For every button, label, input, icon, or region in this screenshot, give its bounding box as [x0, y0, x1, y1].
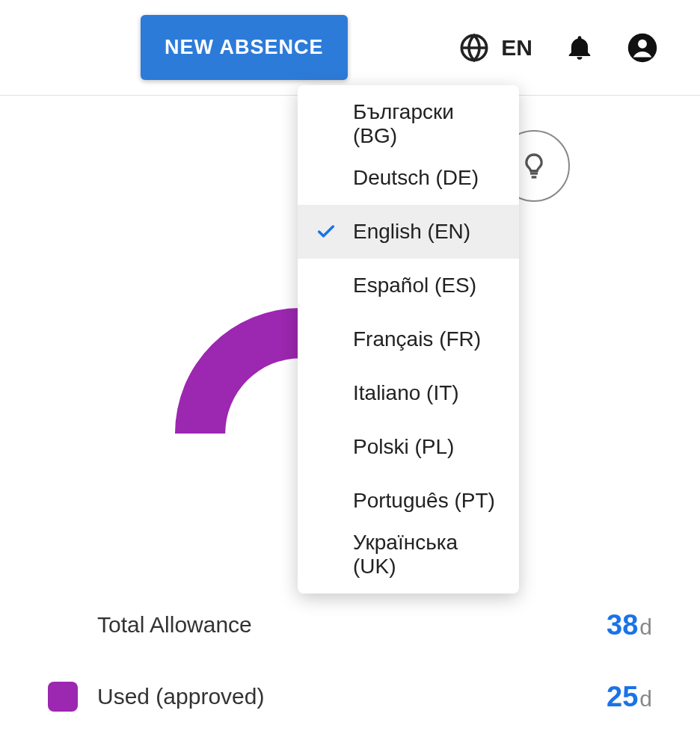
- color-swatch-used: [48, 682, 78, 712]
- svg-point-2: [638, 40, 647, 49]
- stat-used-approved: Used (approved) 25 d: [48, 676, 652, 718]
- language-option[interactable]: Deutsch (DE): [298, 151, 519, 205]
- app-header: NEW ABSENCE EN: [0, 0, 700, 96]
- stat-value: 38 d: [607, 609, 652, 641]
- header-right: EN: [459, 0, 658, 96]
- stat-total-allowance: Total Allowance 38 d: [48, 604, 652, 646]
- language-code-label: EN: [501, 35, 532, 61]
- language-switcher[interactable]: EN: [459, 33, 532, 63]
- language-option[interactable]: Français (FR): [298, 312, 519, 366]
- language-option-label: Español (ES): [353, 274, 501, 297]
- language-option[interactable]: English (EN): [298, 205, 519, 259]
- language-option-label: Italiano (IT): [353, 381, 501, 405]
- language-option-label: Deutsch (DE): [353, 166, 501, 190]
- language-option[interactable]: Български (BG): [298, 97, 519, 151]
- account-icon[interactable]: [627, 32, 658, 64]
- check-icon: [316, 221, 353, 242]
- language-option-label: Português (PT): [353, 489, 501, 513]
- lightbulb-icon: [519, 151, 549, 181]
- stat-number: 38: [607, 609, 638, 641]
- language-option[interactable]: Español (ES): [298, 259, 519, 312]
- stat-value: 25 d: [607, 681, 652, 713]
- donut-used-arc: [175, 308, 301, 434]
- language-option-label: English (EN): [353, 220, 501, 244]
- stat-number: 25: [607, 681, 638, 713]
- allowance-stats: Total Allowance 38 d Used (approved) 25 …: [48, 604, 652, 740]
- stat-unit: d: [639, 614, 652, 640]
- language-option[interactable]: Italiano (IT): [298, 366, 519, 420]
- language-option[interactable]: Português (PT): [298, 474, 519, 528]
- bell-icon[interactable]: [565, 34, 594, 62]
- stat-label: Used (approved): [97, 684, 607, 709]
- language-option-label: Български (BG): [353, 100, 501, 148]
- stat-label: Total Allowance: [97, 612, 607, 638]
- language-option[interactable]: Polski (PL): [298, 420, 519, 474]
- language-option-label: Polski (PL): [353, 435, 501, 459]
- globe-icon: [459, 33, 489, 63]
- stat-unit: d: [639, 686, 652, 712]
- new-absence-button[interactable]: NEW ABSENCE: [141, 15, 348, 80]
- language-menu: Български (BG)Deutsch (DE)English (EN)Es…: [298, 85, 519, 593]
- language-option-label: Українська (UK): [353, 531, 501, 579]
- language-option[interactable]: Українська (UK): [298, 528, 519, 582]
- language-option-label: Français (FR): [353, 327, 501, 351]
